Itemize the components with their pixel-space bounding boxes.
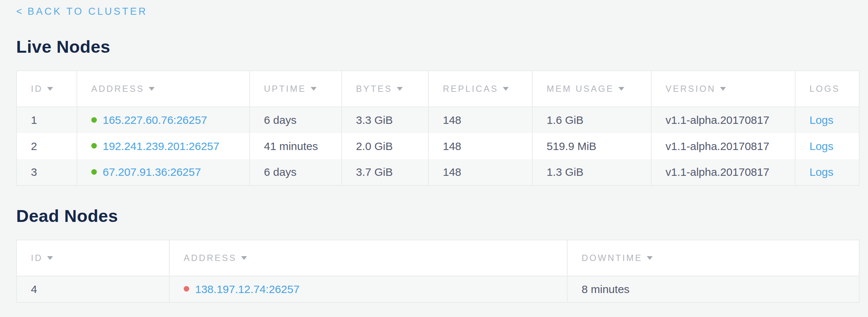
node-address-cell: 138.197.12.74:26257 xyxy=(169,276,567,302)
column-header-label: BYTES xyxy=(356,84,392,94)
column-header-bytes[interactable]: BYTES xyxy=(342,71,428,107)
node-mem-usage-cell: 519.9 MiB xyxy=(532,133,651,159)
node-downtime-cell: 8 minutes xyxy=(567,276,859,302)
column-header-id[interactable]: ID xyxy=(17,240,169,276)
dead-table-header-row: ID ADDRESS DOWNTIME xyxy=(17,240,859,276)
node-id-cell: 1 xyxy=(17,107,77,133)
sort-down-icon xyxy=(647,256,653,260)
node-address-cell: 165.227.60.76:26257 xyxy=(77,107,250,133)
sort-down-icon xyxy=(47,256,53,260)
column-header-address[interactable]: ADDRESS xyxy=(77,71,250,107)
column-header-label: DOWNTIME xyxy=(582,253,642,263)
column-header-label: MEM USAGE xyxy=(547,84,614,94)
live-node-row: 2 192.241.239.201:26257 41 minutes 2.0 G… xyxy=(17,133,859,159)
column-header-label: ADDRESS xyxy=(91,84,144,94)
sort-down-icon xyxy=(311,87,317,91)
node-replicas-cell: 148 xyxy=(428,159,532,185)
column-header-downtime[interactable]: DOWNTIME xyxy=(567,240,859,276)
live-status-dot-icon xyxy=(91,143,97,149)
logs-link[interactable]: Logs xyxy=(809,114,833,126)
node-replicas-cell: 148 xyxy=(428,107,532,133)
live-table-header-row: ID ADDRESS UPTIME BYTES REPLICAS MEM USA… xyxy=(17,71,859,107)
live-nodes-table: ID ADDRESS UPTIME BYTES REPLICAS MEM USA… xyxy=(16,70,860,186)
column-header-label: ID xyxy=(31,84,43,94)
node-bytes-cell: 2.0 GiB xyxy=(342,133,428,159)
live-status-dot-icon xyxy=(91,169,97,175)
node-uptime-cell: 6 days xyxy=(250,159,342,185)
column-header-label: VERSION xyxy=(666,84,716,94)
sort-down-icon xyxy=(397,87,403,91)
back-to-cluster-link[interactable]: <BACK TO CLUSTER xyxy=(16,6,148,17)
dead-status-dot-icon xyxy=(184,286,189,292)
column-header-version[interactable]: VERSION xyxy=(651,71,795,107)
dead-node-row: 4 138.197.12.74:26257 8 minutes xyxy=(17,276,859,302)
node-id-cell: 3 xyxy=(17,159,77,185)
node-address-link[interactable]: 165.227.60.76:26257 xyxy=(103,114,207,126)
node-logs-cell: Logs xyxy=(795,107,859,133)
column-header-mem-usage[interactable]: MEM USAGE xyxy=(532,71,651,107)
node-uptime-cell: 6 days xyxy=(250,107,342,133)
column-header-label: REPLICAS xyxy=(443,84,498,94)
column-header-replicas[interactable]: REPLICAS xyxy=(428,71,532,107)
sort-down-icon xyxy=(720,87,726,91)
column-header-label: ADDRESS xyxy=(184,253,237,263)
sort-down-icon xyxy=(618,87,624,91)
node-address-link[interactable]: 67.207.91.36:26257 xyxy=(103,166,201,178)
column-header-label: ID xyxy=(31,253,43,263)
live-status-dot-icon xyxy=(91,117,97,123)
column-header-uptime[interactable]: UPTIME xyxy=(250,71,342,107)
back-chevron-icon: < xyxy=(16,6,24,17)
node-version-cell: v1.1-alpha.20170817 xyxy=(651,107,795,133)
column-header-address[interactable]: ADDRESS xyxy=(169,240,567,276)
column-header-id[interactable]: ID xyxy=(17,71,77,107)
node-bytes-cell: 3.3 GiB xyxy=(342,107,428,133)
node-address-link[interactable]: 192.241.239.201:26257 xyxy=(103,140,219,152)
node-logs-cell: Logs xyxy=(795,159,859,185)
node-mem-usage-cell: 1.3 GiB xyxy=(532,159,651,185)
node-bytes-cell: 3.7 GiB xyxy=(342,159,428,185)
live-nodes-heading: Live Nodes xyxy=(16,36,859,57)
logs-link[interactable]: Logs xyxy=(809,166,833,178)
node-version-cell: v1.1-alpha.20170817 xyxy=(651,133,795,159)
node-uptime-cell: 41 minutes xyxy=(250,133,342,159)
nodes-page: <BACK TO CLUSTER Live Nodes ID ADDRESS U… xyxy=(0,0,868,317)
sort-down-icon xyxy=(241,256,247,260)
node-logs-cell: Logs xyxy=(795,133,859,159)
node-replicas-cell: 148 xyxy=(428,133,532,159)
node-version-cell: v1.1-alpha.20170817 xyxy=(651,159,795,185)
live-node-row: 1 165.227.60.76:26257 6 days 3.3 GiB 148… xyxy=(17,107,859,133)
sort-down-icon xyxy=(47,87,53,91)
node-address-cell: 192.241.239.201:26257 xyxy=(77,133,250,159)
node-id-cell: 2 xyxy=(17,133,77,159)
dead-nodes-table: ID ADDRESS DOWNTIME 4 138.197.12.74:2625… xyxy=(16,240,860,303)
column-header-logs: LOGS xyxy=(795,71,859,107)
node-address-cell: 67.207.91.36:26257 xyxy=(77,159,250,185)
sort-down-icon xyxy=(503,87,509,91)
column-header-label: LOGS xyxy=(809,84,840,94)
dead-nodes-heading: Dead Nodes xyxy=(16,206,859,226)
live-node-row: 3 67.207.91.36:26257 6 days 3.7 GiB 148 … xyxy=(17,159,859,185)
sort-down-icon xyxy=(149,87,155,91)
node-address-link[interactable]: 138.197.12.74:26257 xyxy=(195,283,300,295)
back-link-label: BACK TO CLUSTER xyxy=(28,6,148,17)
logs-link[interactable]: Logs xyxy=(809,140,833,152)
column-header-label: UPTIME xyxy=(264,84,306,94)
node-id-cell: 4 xyxy=(17,276,169,302)
node-mem-usage-cell: 1.6 GiB xyxy=(532,107,651,133)
